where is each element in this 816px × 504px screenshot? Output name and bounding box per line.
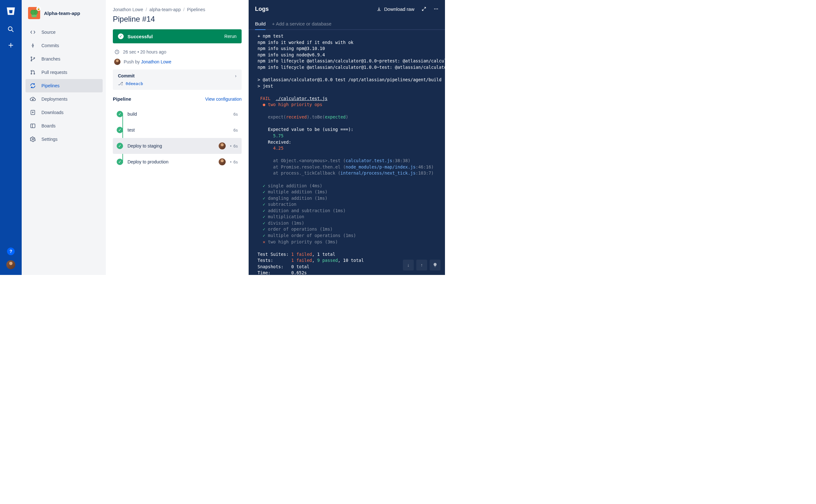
code-icon: [29, 29, 36, 36]
step-name: build: [127, 112, 137, 117]
search-icon[interactable]: [7, 25, 15, 33]
svg-point-0: [8, 27, 12, 31]
main-content: Jonathon Lowe/alpha-team-app/Pipelines P…: [106, 0, 249, 275]
commit-icon: ⎇: [118, 81, 123, 86]
cloud-up-icon: [29, 96, 36, 103]
sidebar-item-label: Commits: [41, 43, 59, 48]
repo-header[interactable]: 🔒 Alpha-team-app: [25, 7, 103, 25]
sidebar-item-downloads[interactable]: Downloads: [25, 106, 103, 119]
avatar: [114, 59, 120, 65]
check-icon: ✓: [117, 159, 123, 165]
pipeline-step[interactable]: ✓ build 6s: [113, 106, 242, 122]
sidebar-item-commits[interactable]: Commits: [25, 39, 103, 52]
repo-avatar-icon: 🔒: [28, 7, 40, 19]
pipeline-step[interactable]: ✓ test 6s: [113, 122, 242, 138]
help-icon[interactable]: ?: [7, 248, 15, 255]
sidebar-item-pipelines[interactable]: Pipelines: [25, 79, 103, 92]
logs-output[interactable]: + npm test npm info it worked if it ends…: [249, 30, 445, 275]
commit-card[interactable]: Commit › ⎇0deeacb: [113, 69, 242, 90]
tab-build[interactable]: Build: [255, 18, 265, 29]
sidebar-item-branches[interactable]: Branches: [25, 52, 103, 66]
sidebar-item-deployments[interactable]: Deployments: [25, 92, 103, 106]
board-icon: [29, 122, 36, 129]
light-icon[interactable]: [430, 260, 441, 270]
step-name: Deploy to staging: [127, 143, 162, 148]
chevron-right-icon[interactable]: ›: [235, 73, 236, 78]
sidebar-item-label: Downloads: [41, 110, 63, 115]
pipeline-step[interactable]: ✓ Deploy to production •6s: [113, 154, 242, 170]
sidebar-item-pull-requests[interactable]: Pull requests: [25, 66, 103, 79]
check-icon: ✓: [117, 143, 123, 149]
pusher-row: Push by Jonathon Lowe: [113, 59, 242, 65]
sidebar-item-label: Deployments: [41, 97, 68, 102]
rerun-button[interactable]: Rerun: [224, 34, 236, 39]
repo-sidebar: 🔒 Alpha-team-app Source Commits Branches…: [22, 0, 106, 275]
sidebar-item-boards[interactable]: Boards: [25, 119, 103, 133]
step-duration: 6s: [233, 160, 238, 164]
view-configuration-link[interactable]: View configuration: [205, 97, 242, 102]
sidebar-item-label: Source: [41, 30, 55, 35]
step-duration: 6s: [233, 128, 238, 133]
scroll-down-button[interactable]: ↓: [403, 260, 414, 270]
pusher-link[interactable]: Jonathon Lowe: [141, 59, 171, 64]
check-icon: ✓: [118, 33, 124, 39]
step-duration: 6s: [233, 144, 238, 148]
sidebar-item-settings[interactable]: Settings: [25, 133, 103, 146]
download-raw-button[interactable]: Download raw: [376, 6, 415, 12]
logs-footer-controls: ↓ ↑: [403, 260, 441, 270]
sidebar-item-label: Branches: [41, 56, 60, 61]
logs-title: Logs: [255, 6, 269, 12]
svg-point-4: [32, 45, 34, 47]
push-text: Push by Jonathon Lowe: [124, 59, 171, 64]
lock-icon: 🔒: [36, 6, 41, 11]
svg-point-7: [31, 57, 32, 58]
bitbucket-logo-icon[interactable]: [5, 6, 16, 17]
logs-panel: Logs Download raw Build + Add a service …: [249, 0, 445, 275]
page-title: Pipeline #14: [113, 15, 242, 24]
tab-add-service[interactable]: + Add a service or database: [272, 18, 331, 29]
sidebar-item-label: Pipelines: [41, 83, 60, 88]
svg-point-11: [31, 73, 32, 74]
avatar: [219, 158, 226, 165]
more-icon[interactable]: [434, 6, 439, 11]
repo-name: Alpha-team-app: [44, 11, 80, 16]
svg-rect-16: [31, 124, 35, 128]
commit-hash-link[interactable]: 0deeacb: [126, 81, 143, 86]
svg-point-26: [437, 9, 438, 10]
clock-icon: [114, 49, 120, 55]
sidebar-item-label: Boards: [41, 123, 55, 128]
pipeline-step[interactable]: ✓ Deploy to staging •6s: [113, 138, 242, 154]
global-rail: ?: [0, 0, 22, 275]
logs-header: Logs Download raw: [249, 0, 445, 18]
pull-request-icon: [29, 69, 36, 76]
logs-tabs: Build + Add a service or database: [249, 18, 445, 30]
scroll-up-button[interactable]: ↑: [416, 260, 427, 270]
step-name: Deploy to production: [127, 159, 168, 164]
check-icon: ✓: [117, 127, 123, 133]
check-icon: ✓: [117, 111, 123, 117]
pipeline-section-title: Pipeline: [113, 96, 131, 102]
sidebar-item-source[interactable]: Source: [25, 25, 103, 39]
avatar: [219, 142, 226, 149]
pipeline-section-header: Pipeline View configuration: [113, 96, 242, 102]
breadcrumb-item[interactable]: alpha-team-app: [149, 7, 181, 12]
pipeline-steps: ✓ build 6s ✓ test 6s ✓ Deploy to staging…: [113, 106, 242, 170]
breadcrumb-item[interactable]: Pipelines: [187, 7, 205, 12]
gear-icon: [29, 136, 36, 143]
breadcrumb-item[interactable]: Jonathon Lowe: [113, 7, 143, 12]
sidebar-item-label: Pull requests: [41, 70, 67, 75]
svg-point-10: [31, 70, 32, 71]
user-avatar[interactable]: [6, 260, 15, 269]
svg-point-9: [34, 58, 35, 59]
plus-icon[interactable]: [7, 41, 15, 49]
svg-line-1: [12, 30, 13, 32]
pipeline-status-bar: ✓ Successful Rerun: [113, 29, 242, 43]
expand-icon[interactable]: [422, 6, 427, 11]
svg-point-12: [34, 73, 35, 74]
sidebar-item-label: Settings: [41, 137, 58, 142]
svg-point-24: [434, 9, 435, 10]
commit-icon: [29, 42, 36, 49]
download-icon: [29, 109, 36, 116]
svg-point-25: [436, 9, 437, 10]
status-label: Successful: [127, 34, 153, 39]
